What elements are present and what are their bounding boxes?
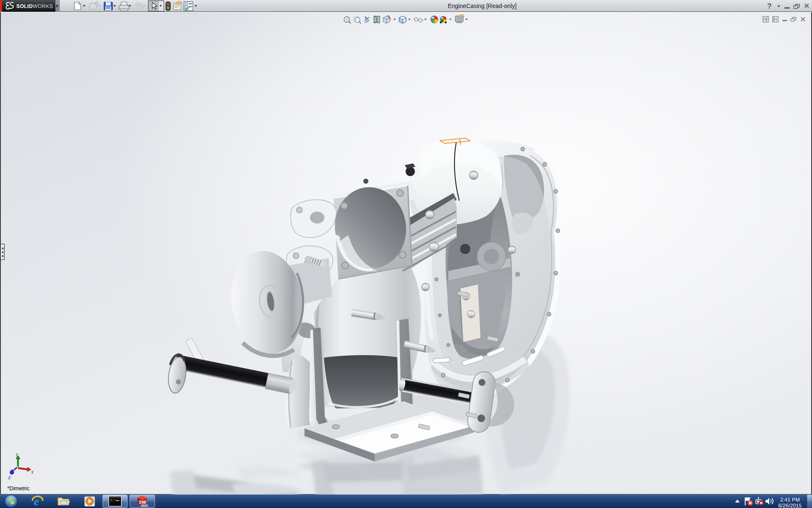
svg-text:2015: 2015 [141,504,148,508]
svg-text:?: ? [767,2,771,10]
svg-text:C:\: C:\ [110,498,117,502]
svg-text:SOLIDWORKS: SOLIDWORKS [16,3,53,9]
svg-text:X: X [30,469,34,475]
svg-text:6/26/2015: 6/26/2015 [778,503,802,508]
svg-text:2:41 PM: 2:41 PM [780,497,800,503]
svg-text:Z: Z [8,475,11,480]
